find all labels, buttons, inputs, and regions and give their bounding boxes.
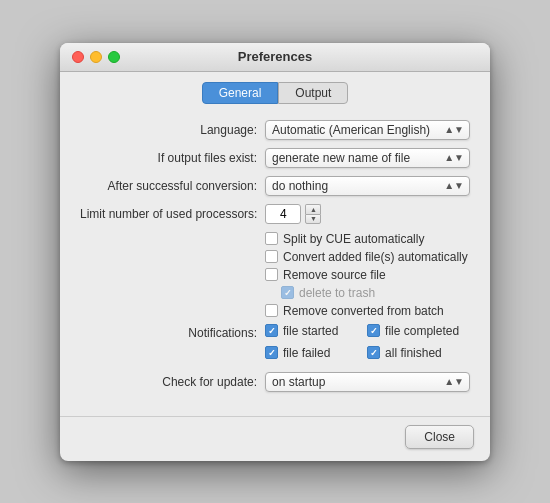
- split-cue-checkbox[interactable]: [265, 232, 278, 245]
- convert-added-checkbox[interactable]: [265, 250, 278, 263]
- file-completed-label: file completed: [385, 324, 459, 338]
- tab-output[interactable]: Output: [278, 82, 348, 104]
- all-finished-checkbox[interactable]: [367, 346, 380, 359]
- file-failed-row: file failed: [265, 346, 357, 360]
- language-select[interactable]: Automatic (American English) English Fre…: [265, 120, 470, 140]
- delete-trash-checkbox[interactable]: [281, 286, 294, 299]
- split-cue-label: Split by CUE automatically: [283, 232, 424, 246]
- file-started-row: file started: [265, 324, 357, 338]
- notifications-row: Notifications: file started file complet…: [80, 324, 470, 364]
- all-finished-label: all finished: [385, 346, 442, 360]
- processors-stepper: ▲ ▼: [265, 204, 321, 224]
- check-update-select-wrapper: on startup daily weekly never ▲▼: [265, 372, 470, 392]
- preferences-window: Preferences General Output Language: Aut…: [60, 43, 490, 461]
- processors-label: Limit number of used processors:: [80, 207, 265, 221]
- processors-stepper-buttons: ▲ ▼: [305, 204, 321, 224]
- convert-added-row: Convert added file(s) automatically: [265, 250, 470, 264]
- language-row: Language: Automatic (American English) E…: [80, 120, 470, 140]
- tab-general[interactable]: General: [202, 82, 279, 104]
- file-completed-row: file completed: [367, 324, 459, 338]
- delete-trash-label: delete to trash: [299, 286, 375, 300]
- check-update-select[interactable]: on startup daily weekly never: [265, 372, 470, 392]
- remove-converted-row: Remove converted from batch: [265, 304, 470, 318]
- delete-trash-row: delete to trash: [281, 286, 470, 300]
- processors-increment[interactable]: ▲: [305, 204, 321, 214]
- output-files-select-wrapper: generate new name of file overwrite skip…: [265, 148, 470, 168]
- notifications-grid: file started file completed file failed …: [265, 324, 459, 364]
- file-failed-checkbox[interactable]: [265, 346, 278, 359]
- check-update-label: Check for update:: [80, 375, 265, 389]
- after-conversion-label: After successful conversion:: [80, 179, 265, 193]
- file-failed-label: file failed: [283, 346, 330, 360]
- notifications-label: Notifications:: [80, 324, 265, 340]
- processors-row: Limit number of used processors: ▲ ▼: [80, 204, 470, 224]
- close-traffic-light[interactable]: [72, 51, 84, 63]
- after-conversion-select[interactable]: do nothing open folder quit: [265, 176, 470, 196]
- close-button[interactable]: Close: [405, 425, 474, 449]
- remove-source-checkbox[interactable]: [265, 268, 278, 281]
- file-started-checkbox[interactable]: [265, 324, 278, 337]
- processors-decrement[interactable]: ▼: [305, 214, 321, 224]
- check-update-row: Check for update: on startup daily weekl…: [80, 372, 470, 392]
- preferences-content: Language: Automatic (American English) E…: [60, 110, 490, 416]
- remove-source-label: Remove source file: [283, 268, 386, 282]
- after-conversion-select-wrapper: do nothing open folder quit ▲▼: [265, 176, 470, 196]
- window-title: Preferences: [238, 49, 312, 64]
- maximize-traffic-light[interactable]: [108, 51, 120, 63]
- checkboxes-section: Split by CUE automatically Convert added…: [265, 232, 470, 318]
- processors-input[interactable]: [265, 204, 301, 224]
- title-bar: Preferences: [60, 43, 490, 72]
- split-cue-row: Split by CUE automatically: [265, 232, 470, 246]
- language-label: Language:: [80, 123, 265, 137]
- remove-converted-checkbox[interactable]: [265, 304, 278, 317]
- output-files-select[interactable]: generate new name of file overwrite skip: [265, 148, 470, 168]
- all-finished-row: all finished: [367, 346, 459, 360]
- convert-added-label: Convert added file(s) automatically: [283, 250, 468, 264]
- file-completed-checkbox[interactable]: [367, 324, 380, 337]
- traffic-lights: [72, 51, 120, 63]
- output-files-row: If output files exist: generate new name…: [80, 148, 470, 168]
- after-conversion-row: After successful conversion: do nothing …: [80, 176, 470, 196]
- output-files-label: If output files exist:: [80, 151, 265, 165]
- language-select-wrapper: Automatic (American English) English Fre…: [265, 120, 470, 140]
- remove-source-row: Remove source file: [265, 268, 470, 282]
- window-footer: Close: [60, 416, 490, 461]
- file-started-label: file started: [283, 324, 338, 338]
- tabs-container: General Output: [60, 72, 490, 110]
- remove-converted-label: Remove converted from batch: [283, 304, 444, 318]
- minimize-traffic-light[interactable]: [90, 51, 102, 63]
